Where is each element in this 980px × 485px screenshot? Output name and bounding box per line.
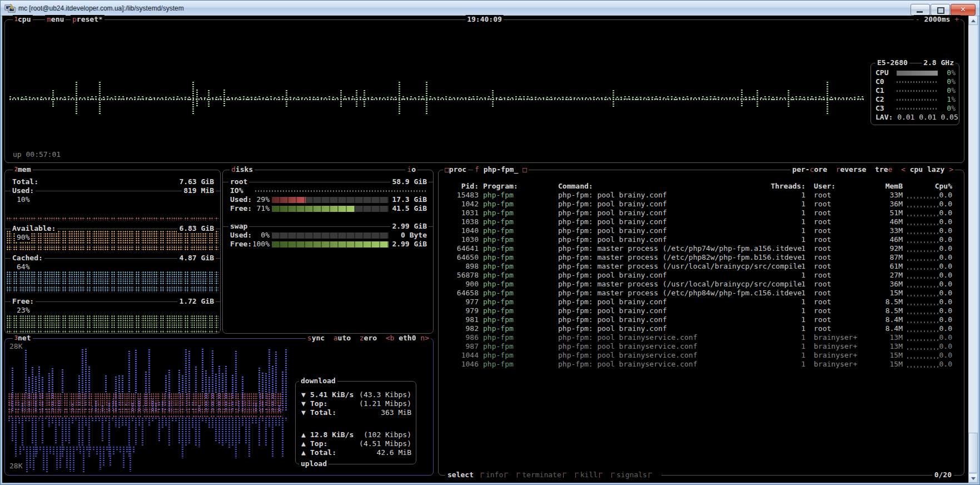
disk-used-meter: [272, 232, 389, 239]
mem-box-title[interactable]: 2mem: [13, 165, 33, 174]
mem-percent: 64%: [5, 263, 220, 271]
process-row[interactable]: 1031php-fpmphp-fpm: pool brainy.conf1roo…: [439, 209, 964, 217]
process-row[interactable]: 1038php-fpmphp-fpm: pool brainy.conf1roo…: [439, 217, 964, 226]
window-title: mc [root@ub24.itdeveloper.com.ua]:/lib/s…: [18, 4, 184, 12]
cpu-details-panel: E5-2680 2.8 GHz CPU0%C00%C10%C21%C30% LA…: [870, 63, 959, 125]
iface-prev-button[interactable]: <b: [386, 334, 395, 342]
proc-view-buttons: per-core reverse tree < cpu lazy >: [790, 165, 955, 174]
column-pid[interactable]: Pid:: [442, 182, 479, 191]
mem-usage-graph: [7, 315, 218, 333]
mem-section-cached: Cached:4.87 GiB: [5, 254, 220, 263]
disk-free-meter: [272, 241, 389, 248]
net-stats-panel: download upload ▼5.41 KiB/s(43.3 Kibps)▼…: [295, 381, 416, 464]
upload-stat-row: ▲Top:(4.51 Mibps): [296, 439, 416, 448]
maximize-icon: [937, 7, 944, 14]
process-row[interactable]: 981php-fpmphp-fpm: pool brainy.conf1root…: [439, 315, 964, 324]
auto-button[interactable]: auto: [334, 334, 351, 342]
proc-box-title[interactable]: □proc: [443, 165, 468, 174]
terminal: 1cpu menu preset* 19:40:09 - 2000ms + E5…: [2, 16, 968, 483]
column-user[interactable]: User:: [814, 182, 865, 191]
net-box-title[interactable]: 3net: [13, 334, 33, 343]
disks-box: disks io root58.9 GiBIO%Used:29%17.3 GiB…: [222, 170, 434, 334]
process-row[interactable]: 56878php-fpmphp-fpm: pool brainy.conf1ro…: [439, 271, 964, 280]
scrollbar-thumb[interactable]: [968, 433, 978, 473]
clock: 19:40:09: [465, 15, 504, 24]
title-bar[interactable]: mc [root@ub24.itdeveloper.com.ua]:/lib/s…: [1, 1, 979, 16]
disk-used-meter: [272, 197, 389, 203]
proc-footer: select infoterminatekillsignals: [445, 471, 661, 479]
disks-box-title[interactable]: disks: [230, 165, 255, 174]
net-traffic-graph: [8, 345, 289, 472]
mem-section-used: Used:819 MiB: [5, 186, 220, 195]
cpu-frequency: 2.8 GHz: [922, 58, 956, 67]
download-stat-row: ▼Top:(1.21 Mibps): [296, 399, 416, 408]
process-row[interactable]: 987php-fpmphp-fpm: pool brainyservice.co…: [439, 342, 964, 351]
process-row[interactable]: 898php-fpmphp-fpm: master process (/usr/…: [439, 262, 964, 271]
io-mode-button[interactable]: io: [405, 165, 417, 174]
kill-action[interactable]: kill: [574, 471, 604, 479]
filter-clear-button[interactable]: □: [523, 165, 527, 174]
process-row[interactable]: 1046php-fpmphp-fpm: pool brainyservice.c…: [439, 360, 964, 369]
process-table-header: Pid: Program: Command: Threads: User: Me…: [439, 182, 964, 191]
up-arrow-icon: ▲: [301, 439, 306, 448]
process-row[interactable]: 982php-fpmphp-fpm: pool brainy.conf1root…: [439, 324, 964, 333]
column-cpu[interactable]: Cpu%: [919, 182, 952, 191]
iface-next-button[interactable]: n>: [420, 334, 429, 342]
down-arrow-icon: ▼: [301, 390, 306, 399]
mem-percent: 23%: [5, 306, 220, 315]
process-row[interactable]: 986php-fpmphp-fpm: pool brainyservice.co…: [439, 333, 964, 342]
up-arrow-icon: ▲: [301, 448, 306, 457]
interval-decrease-button[interactable]: -: [916, 15, 920, 23]
preset-button[interactable]: preset*: [71, 15, 105, 24]
column-threads[interactable]: Threads:: [750, 182, 805, 191]
scrollbar[interactable]: [968, 16, 978, 483]
tree-button[interactable]: tree: [875, 165, 892, 174]
process-row[interactable]: 64650php-fpmphp-fpm: master process (/et…: [439, 253, 964, 262]
scroll-up-button[interactable]: [968, 16, 978, 25]
cpu-state-row: CPU0%: [871, 68, 959, 77]
process-row[interactable]: 64641php-fpmphp-fpm: master process (/et…: [439, 244, 964, 253]
minimize-button[interactable]: [911, 4, 930, 16]
upload-stat-row: ▲12.8 KiB/s(102 Kibps): [296, 430, 416, 439]
scroll-down-button[interactable]: [968, 473, 978, 483]
zero-button[interactable]: zero: [360, 334, 377, 342]
filter-input[interactable]: php-fpm_: [484, 165, 519, 174]
terminate-action[interactable]: terminate: [515, 471, 568, 479]
menu-button[interactable]: menu: [45, 15, 66, 24]
process-row[interactable]: 1040php-fpmphp-fpm: pool brainy.conf1roo…: [439, 226, 964, 235]
process-filter[interactable]: f php-fpm_ □: [473, 165, 529, 174]
process-row[interactable]: 64658php-fpmphp-fpm: master process (/et…: [439, 289, 964, 298]
signals-action[interactable]: signals: [610, 471, 654, 479]
disk-name-row: swap2.99 GiB: [223, 222, 433, 231]
process-row[interactable]: 977php-fpmphp-fpm: pool brainy.conf1root…: [439, 298, 964, 306]
maximize-button[interactable]: [931, 4, 950, 16]
process-row[interactable]: 15483php-fpmphp-fpm: pool brainy.conf1ro…: [439, 191, 964, 200]
interval-increase-button[interactable]: +: [954, 15, 959, 23]
process-row[interactable]: 1030php-fpmphp-fpm: pool brainy.conf1roo…: [439, 235, 964, 244]
mem-usage-graph: [7, 217, 218, 220]
select-action[interactable]: select: [447, 471, 474, 479]
mem-usage-graph: [7, 271, 218, 294]
mem-box: 2mem Total:7.63 GiBUsed:819 MiB10%Availa…: [4, 170, 221, 334]
disk-io-row: IO%: [223, 186, 433, 195]
down-arrow-icon: ▼: [301, 408, 306, 417]
iface-name: eth0: [399, 334, 416, 342]
download-stat-row: ▼Total:363 MiB: [296, 408, 416, 417]
close-button[interactable]: ✕: [951, 4, 976, 16]
column-memb[interactable]: MemB: [867, 182, 903, 191]
process-row[interactable]: 1042php-fpmphp-fpm: pool brainy.conf1roo…: [439, 200, 964, 209]
interval-control: - 2000ms +: [914, 15, 961, 24]
per-core-button[interactable]: per-core: [792, 165, 827, 174]
process-row[interactable]: 979php-fpmphp-fpm: pool brainy.conf1root…: [439, 306, 964, 315]
process-row[interactable]: 1044php-fpmphp-fpm: pool brainyservice.c…: [439, 351, 964, 360]
cpu-box-title[interactable]: 1cpu: [13, 15, 33, 24]
reverse-button[interactable]: reverse: [836, 165, 867, 174]
info-action[interactable]: info: [479, 471, 510, 479]
sync-button[interactable]: sync: [307, 334, 325, 342]
down-arrow-icon: ▼: [301, 399, 306, 408]
sort-prev-button[interactable]: <: [901, 165, 906, 174]
column-program[interactable]: Program:: [483, 182, 555, 191]
process-row[interactable]: 900php-fpmphp-fpm: master process (/usr/…: [439, 280, 964, 289]
sort-next-button[interactable]: >: [949, 165, 953, 174]
download-stat-row: ▼5.41 KiB/s(43.3 Kibps): [296, 390, 416, 399]
